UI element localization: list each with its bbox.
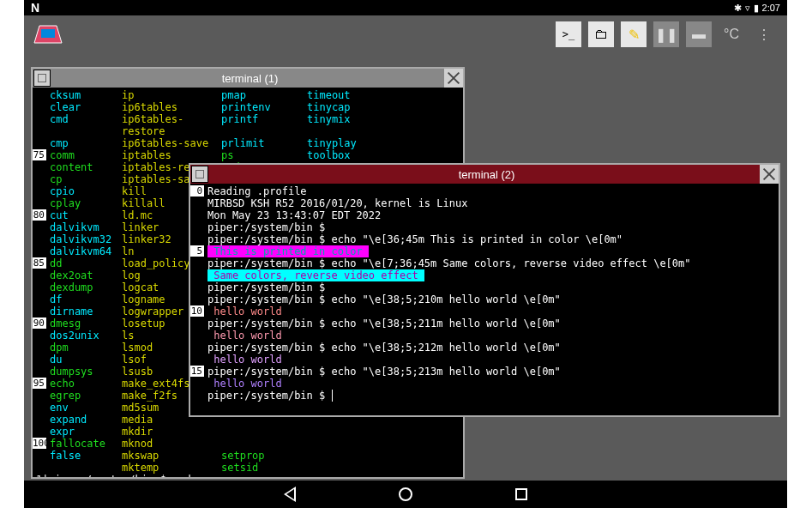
pencil-icon: ✎	[629, 27, 640, 43]
cmd-entry: mkswap	[122, 450, 221, 462]
output-line: Mon May 23 13:43:07 EDT 2022	[208, 209, 775, 221]
prompt-line: piper:/system/bin $	[208, 390, 775, 402]
cmd-entry	[307, 426, 393, 438]
nav-back-icon[interactable]	[284, 487, 296, 502]
cmd-entry: tinymix	[307, 113, 393, 137]
cmd-entry: iptables	[122, 149, 221, 161]
battery-icon: ▮	[754, 3, 759, 14]
device-frame: N ✱ ▿ ▮ 2:07 >_ 🗀 ✎ ❚❚ ▬ °C ⋮ terminal (…	[24, 0, 787, 508]
cmd-entry: dalvikvm32	[36, 233, 122, 245]
cmd-entry: du	[36, 354, 122, 366]
nav-home-icon[interactable]	[399, 487, 412, 501]
cmd-entry	[307, 462, 393, 474]
overflow-menu-button[interactable]: ⋮	[751, 21, 777, 47]
line-number-badge: 5	[190, 245, 204, 257]
cmd-entry: egrep	[36, 390, 122, 402]
status-time: 2:07	[762, 3, 780, 13]
prompt-line: piper:/system/bin $ echo "\e[38;5;212m h…	[208, 342, 775, 354]
cmd-entry: dpm	[36, 342, 122, 354]
line-number-badge: 10	[190, 305, 204, 317]
cmd-entry: cmp	[36, 137, 122, 149]
android-status-bar: N ✱ ▿ ▮ 2:07	[24, 0, 787, 15]
cmd-entry	[36, 462, 122, 474]
cmd-entry	[307, 450, 393, 462]
window-menu-icon[interactable]	[33, 70, 51, 87]
line-number-badge: 80	[33, 209, 46, 221]
cmd-entry: cksum	[36, 89, 122, 101]
pause-icon: ❚❚	[655, 27, 677, 43]
split-button[interactable]: ▬	[686, 21, 712, 47]
terminal-1-title: terminal (1)	[56, 72, 444, 85]
cmd-entry: dalvikvm	[36, 221, 122, 233]
line-number-badge: 85	[33, 257, 46, 269]
cmd-entry: mkdir	[122, 426, 221, 438]
prompt-line: piper:/system/bin $ echo "\e[38;5;213m h…	[208, 366, 775, 378]
cmd-entry: clear	[36, 101, 122, 113]
output-line: Same colors, reverse video effect	[208, 269, 775, 281]
cmd-entry: setsid	[221, 462, 307, 474]
window-menu-icon[interactable]	[191, 166, 208, 183]
cmd-entry: toolbox	[307, 149, 393, 161]
cmd-entry: ip6tables-restore	[122, 113, 221, 137]
cmd-entry: printenv	[221, 101, 307, 113]
split-icon: ▬	[692, 27, 706, 42]
terminal-2-body[interactable]: 0 5 10 15 Reading .profile MIRBSD KSH R5…	[190, 184, 779, 415]
wifi-icon: ▿	[745, 3, 750, 14]
cmd-entry: mknod	[122, 438, 221, 450]
prompt-line: piper:/system/bin $	[208, 221, 775, 233]
cmd-entry: timeout	[307, 89, 393, 101]
svg-rect-1	[41, 29, 55, 38]
output-line: hello world	[208, 354, 775, 366]
prompt-line: piper:/system/bin $	[208, 281, 775, 293]
terminal-prompt-button[interactable]: >_	[556, 21, 581, 47]
nav-recents-icon[interactable]	[515, 488, 527, 500]
pause-button[interactable]: ❚❚	[653, 21, 679, 47]
terminal-window-2[interactable]: terminal (2) 0 5 10 15 Reading .profile …	[189, 163, 780, 417]
status-logo: N	[31, 2, 39, 14]
cmd-entry: tinycap	[307, 101, 393, 113]
prompt-line: 1|piper:/system/bin $ pwd	[36, 474, 460, 477]
cmd-entry: dalvikvm64	[36, 245, 122, 257]
close-icon[interactable]	[444, 69, 463, 88]
line-number-badge: 0	[190, 185, 204, 197]
cmd-entry: dos2unix	[36, 330, 122, 342]
cmd-entry: ip6tables	[122, 101, 221, 113]
cmd-entry: echo	[36, 378, 122, 390]
cmd-entry: dumpsys	[36, 366, 122, 378]
bluetooth-icon: ✱	[734, 3, 742, 14]
close-icon[interactable]	[760, 165, 779, 184]
output-line: This is printed in color	[208, 245, 775, 257]
cmd-entry: false	[36, 450, 122, 462]
line-number-badge: 95	[33, 378, 46, 389]
dots-icon: ⋮	[757, 27, 771, 43]
cmd-entry: setprop	[221, 450, 307, 462]
output-line: Reading .profile	[208, 185, 775, 197]
cmd-entry: cut	[36, 209, 122, 221]
cmd-entry: cpio	[36, 185, 122, 197]
prompt-line: piper:/system/bin $ echo "\e[38;5;210m h…	[208, 293, 775, 305]
cmd-entry: tinyplay	[307, 137, 393, 149]
line-number-badge: 100	[33, 438, 46, 449]
folder-button[interactable]: 🗀	[588, 21, 614, 47]
cmd-entry: cplay	[36, 197, 122, 209]
terminal-1-titlebar[interactable]: terminal (1)	[33, 69, 463, 88]
degree-button[interactable]: °C	[719, 21, 744, 47]
output-line: MIRBSD KSH R52 2016/01/20, kernel is Lin…	[208, 197, 775, 209]
output-line: hello world	[208, 330, 775, 342]
line-number-badge: 15	[190, 366, 204, 377]
prompt-icon: >_	[562, 28, 574, 40]
edit-button[interactable]: ✎	[621, 21, 647, 47]
terminal-2-titlebar[interactable]: terminal (2)	[190, 165, 779, 184]
line-number-badge: 75	[33, 149, 46, 160]
cmd-entry: expand	[36, 414, 122, 426]
cmd-entry: ip6tables-save	[122, 137, 221, 149]
cmd-entry: df	[36, 293, 122, 305]
cmd-entry: cmd	[36, 113, 122, 137]
cmd-entry: content	[36, 161, 122, 173]
cmd-entry: cp	[36, 173, 122, 185]
cmd-entry: printf	[221, 113, 307, 137]
cmd-entry: ip	[122, 89, 221, 101]
cmd-entry	[307, 438, 393, 450]
prompt-line: piper:/system/bin $ echo "\e[36;45m This…	[208, 233, 775, 245]
cmd-entry: env	[36, 402, 122, 414]
